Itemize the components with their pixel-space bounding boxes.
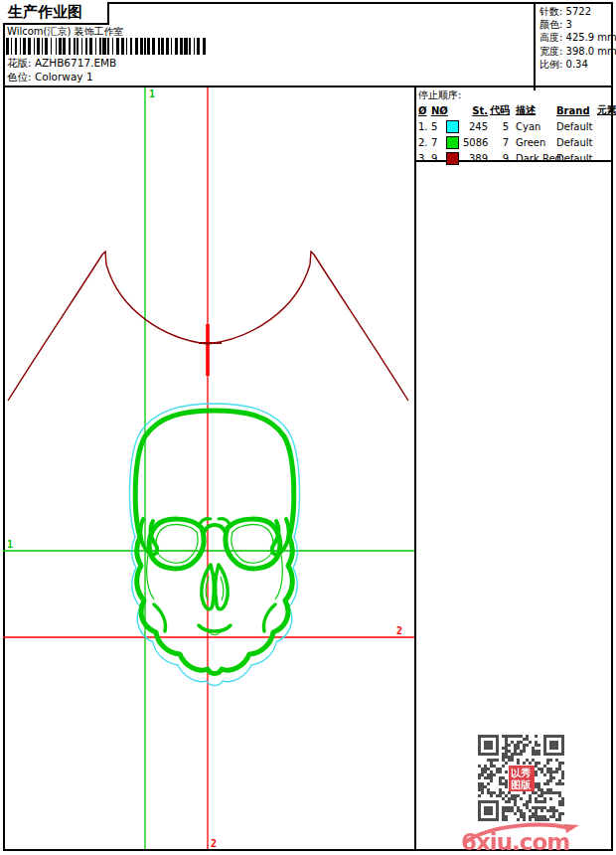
end-label-right: 2 <box>396 625 402 636</box>
stop-table-cell-seq: 1. <box>418 121 431 132</box>
stop-table-col-header: St. <box>463 105 490 116</box>
stop-table-col-header: 代码 <box>490 103 511 117</box>
colorway-value: Colorway 1 <box>35 71 93 83</box>
stop-table-cell-desc: Dark Red <box>511 153 556 164</box>
site-watermark: 6xiu.com <box>459 817 582 853</box>
stop-table-cell-desc: Green <box>511 137 556 148</box>
stop-table-col-header: NØ <box>431 105 446 116</box>
production-worksheet: 生产作业图 Wilcom(汇京) 装饰工作室 花版: AZHB6717.EMB … <box>0 0 616 855</box>
stop-table-body: 1.52455CyanDefault2.750867GreenDefault3.… <box>418 118 611 166</box>
stop-table-col-header: Brand <box>556 105 597 116</box>
skull-chin-arc <box>199 625 231 631</box>
stop-table-col-header: Ø <box>418 105 431 116</box>
design-file-label: 花版: <box>7 57 32 69</box>
skull-eye-left <box>149 519 204 569</box>
page-title: 生产作业图 <box>3 2 109 25</box>
watermark-text: 6xiu.com <box>461 829 569 853</box>
start-label-left: 1 <box>7 539 13 550</box>
barcode <box>6 38 208 55</box>
start-label-top: 1 <box>149 88 155 99</box>
stop-table-cell-n: 7 <box>431 137 446 148</box>
stop-table-cell-n: 9 <box>431 153 446 164</box>
stop-table-cell-n: 5 <box>431 121 446 132</box>
stop-table-title: 停止顺序: <box>418 89 611 101</box>
stop-table-cell-st: 389 <box>463 153 490 164</box>
skull-nose-right <box>216 565 229 609</box>
stop-table-col-header: 元素 <box>597 103 611 117</box>
stop-table-cell-swatch <box>446 152 463 165</box>
skull-cheek-curl-right <box>264 604 275 631</box>
skull-eye-right-inner-line <box>231 525 273 564</box>
panel-separator <box>414 87 416 849</box>
stop-table-cell-st: 5086 <box>463 137 490 148</box>
stop-table-cell-seq: 2. <box>418 137 431 148</box>
studio-name: Wilcom(汇京) 装饰工作室 <box>7 25 124 39</box>
stop-table-header: ØNØSt.代码描述Brand元素 <box>418 102 611 118</box>
info-row: 比例: 0.34 <box>539 58 616 71</box>
stop-table-cell-code: 7 <box>490 137 511 148</box>
stop-table-row: 1.52455CyanDefault <box>418 118 611 134</box>
design-file-line: 花版: AZHB6717.EMB <box>7 57 116 71</box>
skull-eye-right <box>226 519 280 569</box>
skull-eye-left-inner-line <box>156 525 198 564</box>
colorway-line: 色位: Colorway 1 <box>7 71 93 85</box>
stop-table-cell-swatch <box>446 136 463 149</box>
stop-table-cell-brand: Default <box>556 137 597 148</box>
stop-table-cell-brand: Default <box>556 153 597 164</box>
end-label-bottom: 2 <box>211 838 217 849</box>
skull-outline <box>135 411 293 674</box>
stop-table-row: 2.750867GreenDefault <box>418 134 611 150</box>
stop-table-cell-code: 9 <box>490 153 511 164</box>
stop-table-cell-swatch <box>446 120 463 133</box>
skull-cheek-curl-left <box>154 604 165 631</box>
stop-table-cell-code: 5 <box>490 121 511 132</box>
design-file-value: AZHB6717.EMB <box>35 57 116 69</box>
info-row: 针数: 5722 <box>539 5 616 18</box>
stop-table-row: 3.93899Dark RedDefault <box>418 150 611 166</box>
design-canvas: 1 1 2 2 <box>3 87 414 849</box>
info-box: 针数: 5722颜色: 3高度: 425.9 mm宽度: 398.0 mm比例:… <box>534 2 616 90</box>
stop-table-cell-desc: Cyan <box>511 121 556 132</box>
stop-sequence-table: 停止顺序: ØNØSt.代码描述Brand元素 1.52455CyanDefau… <box>418 89 611 166</box>
thread-color-swatch <box>446 120 459 133</box>
info-row: 高度: 425.9 mm <box>539 31 616 44</box>
thread-color-swatch <box>446 152 459 165</box>
stop-table-cell-brand: Default <box>556 121 597 132</box>
info-row: 颜色: 3 <box>539 18 616 31</box>
qr-code <box>478 735 565 822</box>
stop-table-cell-st: 245 <box>463 121 490 132</box>
info-row: 宽度: 398.0 mm <box>539 45 616 58</box>
colorway-label: 色位: <box>7 71 32 83</box>
thread-color-swatch <box>446 136 459 149</box>
stop-table-cell-seq: 3. <box>418 153 431 164</box>
stop-table-col-header: 描述 <box>511 103 556 117</box>
